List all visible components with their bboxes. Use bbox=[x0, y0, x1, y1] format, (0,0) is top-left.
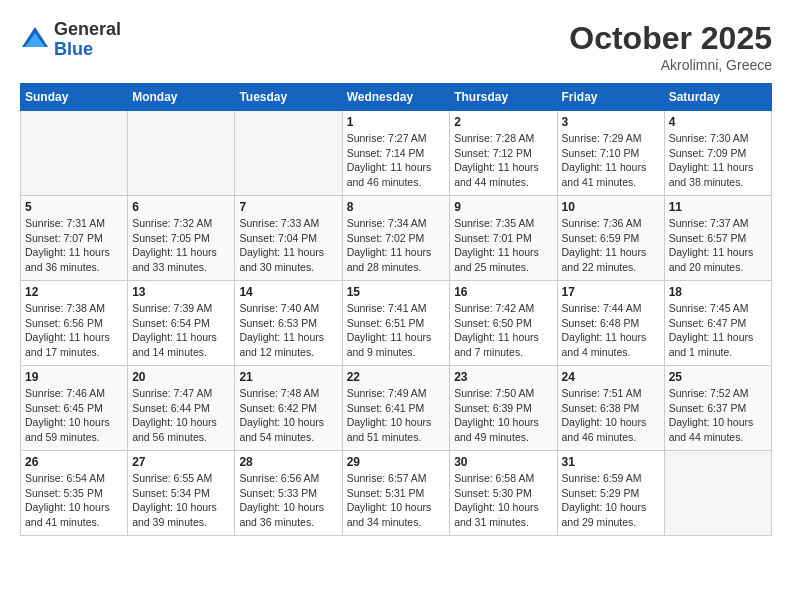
day-cell: 17Sunrise: 7:44 AM Sunset: 6:48 PM Dayli… bbox=[557, 281, 664, 366]
calendar-header-thursday: Thursday bbox=[450, 84, 557, 111]
day-number: 16 bbox=[454, 285, 552, 299]
day-number: 13 bbox=[132, 285, 230, 299]
day-info: Sunrise: 6:54 AM Sunset: 5:35 PM Dayligh… bbox=[25, 471, 123, 530]
day-cell: 21Sunrise: 7:48 AM Sunset: 6:42 PM Dayli… bbox=[235, 366, 342, 451]
calendar-header-sunday: Sunday bbox=[21, 84, 128, 111]
day-cell: 7Sunrise: 7:33 AM Sunset: 7:04 PM Daylig… bbox=[235, 196, 342, 281]
day-cell: 2Sunrise: 7:28 AM Sunset: 7:12 PM Daylig… bbox=[450, 111, 557, 196]
day-info: Sunrise: 7:47 AM Sunset: 6:44 PM Dayligh… bbox=[132, 386, 230, 445]
location: Akrolimni, Greece bbox=[569, 57, 772, 73]
day-number: 7 bbox=[239, 200, 337, 214]
day-cell: 24Sunrise: 7:51 AM Sunset: 6:38 PM Dayli… bbox=[557, 366, 664, 451]
day-cell: 4Sunrise: 7:30 AM Sunset: 7:09 PM Daylig… bbox=[664, 111, 771, 196]
day-number: 25 bbox=[669, 370, 767, 384]
day-info: Sunrise: 7:38 AM Sunset: 6:56 PM Dayligh… bbox=[25, 301, 123, 360]
calendar: SundayMondayTuesdayWednesdayThursdayFrid… bbox=[20, 83, 772, 536]
day-number: 29 bbox=[347, 455, 446, 469]
day-number: 11 bbox=[669, 200, 767, 214]
day-number: 20 bbox=[132, 370, 230, 384]
calendar-header-friday: Friday bbox=[557, 84, 664, 111]
day-info: Sunrise: 7:32 AM Sunset: 7:05 PM Dayligh… bbox=[132, 216, 230, 275]
week-row-5: 26Sunrise: 6:54 AM Sunset: 5:35 PM Dayli… bbox=[21, 451, 772, 536]
day-number: 12 bbox=[25, 285, 123, 299]
title-block: October 2025 Akrolimni, Greece bbox=[569, 20, 772, 73]
week-row-4: 19Sunrise: 7:46 AM Sunset: 6:45 PM Dayli… bbox=[21, 366, 772, 451]
day-number: 27 bbox=[132, 455, 230, 469]
day-info: Sunrise: 6:59 AM Sunset: 5:29 PM Dayligh… bbox=[562, 471, 660, 530]
day-cell: 20Sunrise: 7:47 AM Sunset: 6:44 PM Dayli… bbox=[128, 366, 235, 451]
day-info: Sunrise: 7:44 AM Sunset: 6:48 PM Dayligh… bbox=[562, 301, 660, 360]
day-number: 14 bbox=[239, 285, 337, 299]
calendar-header-monday: Monday bbox=[128, 84, 235, 111]
day-info: Sunrise: 7:31 AM Sunset: 7:07 PM Dayligh… bbox=[25, 216, 123, 275]
day-info: Sunrise: 7:48 AM Sunset: 6:42 PM Dayligh… bbox=[239, 386, 337, 445]
day-cell: 28Sunrise: 6:56 AM Sunset: 5:33 PM Dayli… bbox=[235, 451, 342, 536]
day-info: Sunrise: 7:41 AM Sunset: 6:51 PM Dayligh… bbox=[347, 301, 446, 360]
day-cell: 25Sunrise: 7:52 AM Sunset: 6:37 PM Dayli… bbox=[664, 366, 771, 451]
logo-text: General Blue bbox=[54, 20, 121, 60]
day-cell: 18Sunrise: 7:45 AM Sunset: 6:47 PM Dayli… bbox=[664, 281, 771, 366]
day-info: Sunrise: 7:51 AM Sunset: 6:38 PM Dayligh… bbox=[562, 386, 660, 445]
day-number: 23 bbox=[454, 370, 552, 384]
day-info: Sunrise: 7:50 AM Sunset: 6:39 PM Dayligh… bbox=[454, 386, 552, 445]
day-cell: 5Sunrise: 7:31 AM Sunset: 7:07 PM Daylig… bbox=[21, 196, 128, 281]
day-cell: 27Sunrise: 6:55 AM Sunset: 5:34 PM Dayli… bbox=[128, 451, 235, 536]
week-row-3: 12Sunrise: 7:38 AM Sunset: 6:56 PM Dayli… bbox=[21, 281, 772, 366]
day-cell: 10Sunrise: 7:36 AM Sunset: 6:59 PM Dayli… bbox=[557, 196, 664, 281]
week-row-2: 5Sunrise: 7:31 AM Sunset: 7:07 PM Daylig… bbox=[21, 196, 772, 281]
day-cell: 16Sunrise: 7:42 AM Sunset: 6:50 PM Dayli… bbox=[450, 281, 557, 366]
day-number: 6 bbox=[132, 200, 230, 214]
day-info: Sunrise: 7:45 AM Sunset: 6:47 PM Dayligh… bbox=[669, 301, 767, 360]
day-cell: 29Sunrise: 6:57 AM Sunset: 5:31 PM Dayli… bbox=[342, 451, 450, 536]
day-number: 19 bbox=[25, 370, 123, 384]
day-cell: 30Sunrise: 6:58 AM Sunset: 5:30 PM Dayli… bbox=[450, 451, 557, 536]
day-info: Sunrise: 7:42 AM Sunset: 6:50 PM Dayligh… bbox=[454, 301, 552, 360]
day-cell: 19Sunrise: 7:46 AM Sunset: 6:45 PM Dayli… bbox=[21, 366, 128, 451]
day-cell: 22Sunrise: 7:49 AM Sunset: 6:41 PM Dayli… bbox=[342, 366, 450, 451]
page-header: General Blue October 2025 Akrolimni, Gre… bbox=[20, 20, 772, 73]
calendar-header-saturday: Saturday bbox=[664, 84, 771, 111]
day-info: Sunrise: 7:29 AM Sunset: 7:10 PM Dayligh… bbox=[562, 131, 660, 190]
day-number: 30 bbox=[454, 455, 552, 469]
day-info: Sunrise: 7:40 AM Sunset: 6:53 PM Dayligh… bbox=[239, 301, 337, 360]
day-info: Sunrise: 7:28 AM Sunset: 7:12 PM Dayligh… bbox=[454, 131, 552, 190]
day-number: 4 bbox=[669, 115, 767, 129]
day-number: 8 bbox=[347, 200, 446, 214]
day-cell bbox=[21, 111, 128, 196]
day-number: 26 bbox=[25, 455, 123, 469]
day-number: 2 bbox=[454, 115, 552, 129]
day-cell: 14Sunrise: 7:40 AM Sunset: 6:53 PM Dayli… bbox=[235, 281, 342, 366]
day-cell: 9Sunrise: 7:35 AM Sunset: 7:01 PM Daylig… bbox=[450, 196, 557, 281]
day-info: Sunrise: 7:46 AM Sunset: 6:45 PM Dayligh… bbox=[25, 386, 123, 445]
month-title: October 2025 bbox=[569, 20, 772, 57]
day-info: Sunrise: 7:36 AM Sunset: 6:59 PM Dayligh… bbox=[562, 216, 660, 275]
day-number: 28 bbox=[239, 455, 337, 469]
day-cell: 13Sunrise: 7:39 AM Sunset: 6:54 PM Dayli… bbox=[128, 281, 235, 366]
day-info: Sunrise: 7:39 AM Sunset: 6:54 PM Dayligh… bbox=[132, 301, 230, 360]
day-cell: 8Sunrise: 7:34 AM Sunset: 7:02 PM Daylig… bbox=[342, 196, 450, 281]
logo-blue: Blue bbox=[54, 40, 121, 60]
day-info: Sunrise: 7:27 AM Sunset: 7:14 PM Dayligh… bbox=[347, 131, 446, 190]
logo-general: General bbox=[54, 20, 121, 40]
day-number: 22 bbox=[347, 370, 446, 384]
day-number: 24 bbox=[562, 370, 660, 384]
day-info: Sunrise: 6:56 AM Sunset: 5:33 PM Dayligh… bbox=[239, 471, 337, 530]
day-info: Sunrise: 6:57 AM Sunset: 5:31 PM Dayligh… bbox=[347, 471, 446, 530]
day-cell: 23Sunrise: 7:50 AM Sunset: 6:39 PM Dayli… bbox=[450, 366, 557, 451]
logo: General Blue bbox=[20, 20, 121, 60]
day-number: 21 bbox=[239, 370, 337, 384]
day-number: 15 bbox=[347, 285, 446, 299]
day-number: 9 bbox=[454, 200, 552, 214]
day-cell: 3Sunrise: 7:29 AM Sunset: 7:10 PM Daylig… bbox=[557, 111, 664, 196]
day-info: Sunrise: 7:37 AM Sunset: 6:57 PM Dayligh… bbox=[669, 216, 767, 275]
day-cell: 31Sunrise: 6:59 AM Sunset: 5:29 PM Dayli… bbox=[557, 451, 664, 536]
day-cell bbox=[128, 111, 235, 196]
day-number: 18 bbox=[669, 285, 767, 299]
day-info: Sunrise: 7:49 AM Sunset: 6:41 PM Dayligh… bbox=[347, 386, 446, 445]
day-number: 31 bbox=[562, 455, 660, 469]
day-cell: 1Sunrise: 7:27 AM Sunset: 7:14 PM Daylig… bbox=[342, 111, 450, 196]
week-row-1: 1Sunrise: 7:27 AM Sunset: 7:14 PM Daylig… bbox=[21, 111, 772, 196]
calendar-header-wednesday: Wednesday bbox=[342, 84, 450, 111]
day-info: Sunrise: 7:34 AM Sunset: 7:02 PM Dayligh… bbox=[347, 216, 446, 275]
day-cell: 12Sunrise: 7:38 AM Sunset: 6:56 PM Dayli… bbox=[21, 281, 128, 366]
